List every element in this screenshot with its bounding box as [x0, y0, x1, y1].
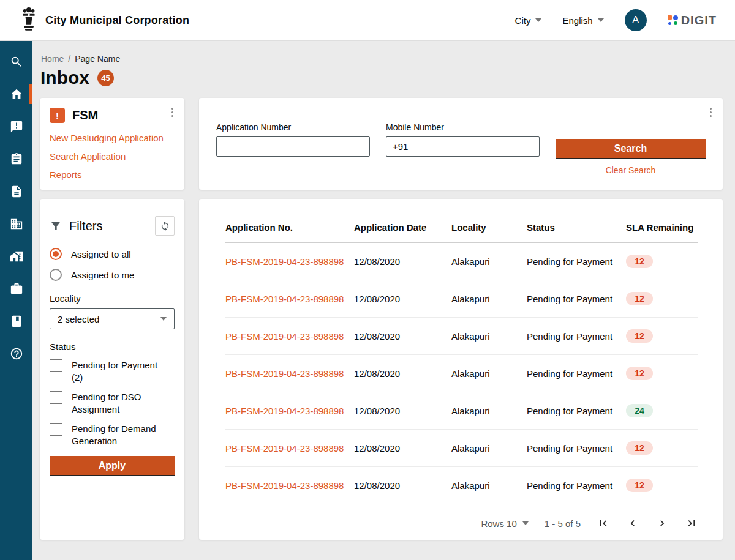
locality-cell: Alakapuri [451, 331, 527, 342]
last-page-button[interactable] [685, 517, 698, 530]
column-header: SLA Remaining [626, 222, 698, 233]
sidebar-item-complaints[interactable] [0, 110, 32, 143]
sla-remaining-badge: 12 [626, 367, 653, 380]
home-work-icon [10, 250, 23, 263]
fsm-link-reports[interactable]: Reports [50, 170, 82, 180]
radio-assigned-to-all[interactable]: Assigned to all [50, 248, 175, 260]
application-date-cell: 12/08/2020 [354, 406, 451, 416]
rows-per-page-select[interactable]: Rows 10 [481, 518, 528, 529]
sidebar-item-search[interactable] [0, 45, 32, 78]
digit-logo: DIGIT [668, 13, 717, 28]
application-no-link[interactable]: PB-FSM-2019-04-23-898898 [225, 443, 344, 454]
fsm-link-search-application[interactable]: Search Application [50, 151, 126, 162]
refresh-icon [160, 221, 170, 231]
city-selector[interactable]: City [515, 15, 542, 26]
sidebar-item-documents[interactable] [0, 175, 32, 207]
sla-remaining-badge: 12 [626, 329, 653, 343]
application-date-cell: 12/08/2020 [354, 256, 451, 267]
application-number-input[interactable] [216, 136, 370, 157]
search-card: Application Number Mobile Number Search … [199, 98, 723, 190]
application-no-link[interactable]: PB-FSM-2019-04-23-898898 [225, 256, 344, 267]
application-date-cell: 12/08/2020 [354, 368, 451, 379]
building-icon [10, 217, 23, 231]
table-row[interactable]: PB-FSM-2019-04-23-898898 12/08/2020 Alak… [225, 355, 698, 392]
active-indicator [29, 84, 32, 104]
application-no-link[interactable]: PB-FSM-2019-04-23-898898 [225, 294, 344, 304]
sla-remaining-badge: 24 [626, 404, 653, 417]
sidebar-item-home[interactable] [0, 78, 32, 110]
status-cell: Pending for Payment [527, 256, 626, 267]
sidebar-item-city[interactable] [0, 207, 32, 240]
sidebar-item-employee[interactable] [0, 272, 32, 305]
book-icon [10, 315, 23, 328]
first-page-icon [597, 517, 609, 529]
table-row[interactable]: PB-FSM-2019-04-23-898898 12/08/2020 Alak… [225, 430, 698, 467]
sidebar-item-help[interactable] [0, 337, 32, 370]
filters-title: Filters [69, 219, 102, 233]
radio-button-icon[interactable] [50, 248, 62, 260]
application-no-link[interactable]: PB-FSM-2019-04-23-898898 [225, 331, 344, 342]
previous-page-button[interactable] [626, 517, 639, 530]
sidebar-item-reports[interactable] [0, 305, 32, 337]
radio-assigned-to-me[interactable]: Assigned to me [50, 269, 175, 281]
locality-select[interactable]: 2 selected [50, 308, 175, 329]
chevron-right-icon [656, 517, 668, 529]
application-date-cell: 12/08/2020 [354, 480, 451, 491]
checkbox-icon[interactable] [50, 423, 62, 436]
search-button[interactable]: Search [556, 139, 706, 158]
language-selector[interactable]: English [562, 15, 603, 26]
status-cell: Pending for Payment [527, 368, 626, 379]
chevron-down-icon [160, 317, 167, 321]
pagination: Rows 10 1 - 5 of 5 [481, 517, 698, 530]
document-icon [10, 185, 23, 198]
table-row[interactable]: PB-FSM-2019-04-23-898898 12/08/2020 Alak… [225, 467, 698, 504]
mobile-number-input[interactable] [386, 136, 540, 157]
table-row[interactable]: PB-FSM-2019-04-23-898898 12/08/2020 Alak… [225, 280, 698, 318]
fsm-link-new-desludging-application[interactable]: New Desludging Application [50, 133, 164, 143]
chevron-down-icon [522, 521, 529, 525]
search-card-menu-button[interactable] [707, 105, 714, 119]
pagination-range: 1 - 5 of 5 [545, 518, 581, 529]
application-no-link[interactable]: PB-FSM-2019-04-23-898898 [225, 480, 344, 491]
checkbox-pending-for-dso-assignment[interactable]: Pending for DSO Assignment [50, 391, 175, 416]
application-no-link[interactable]: PB-FSM-2019-04-23-898898 [225, 368, 344, 379]
clear-search-link[interactable]: Clear Search [606, 165, 656, 175]
page-title: Inbox [40, 67, 89, 88]
sla-remaining-badge: 12 [626, 255, 653, 268]
radio-button-icon[interactable] [50, 269, 62, 281]
table-row[interactable]: PB-FSM-2019-04-23-898898 12/08/2020 Alak… [225, 318, 698, 355]
application-date-cell: 12/08/2020 [354, 294, 451, 304]
first-page-button[interactable] [597, 517, 610, 530]
locality-cell: Alakapuri [451, 294, 527, 304]
table-row[interactable]: PB-FSM-2019-04-23-898898 12/08/2020 Alak… [225, 243, 698, 280]
breadcrumb-home-link[interactable]: Home [41, 54, 64, 64]
home-icon [10, 88, 23, 101]
status-cell: Pending for Payment [527, 406, 626, 416]
column-header: Application No. [225, 222, 354, 233]
status-cell: Pending for Payment [527, 331, 626, 342]
table-row[interactable]: PB-FSM-2019-04-23-898898 12/08/2020 Alak… [225, 392, 698, 430]
locality-cell: Alakapuri [451, 368, 527, 379]
checkbox-icon[interactable] [50, 391, 62, 404]
checkbox-pending-for-demand-generation[interactable]: Pending for Demand Generation [50, 423, 175, 447]
apply-filters-button[interactable]: Apply [50, 456, 175, 475]
sla-remaining-badge: 12 [626, 292, 653, 305]
checkbox-icon[interactable] [50, 359, 62, 372]
checkbox-pending-for-payment-2-[interactable]: Pending for Payment (2) [50, 359, 175, 384]
status-cell: Pending for Payment [527, 294, 626, 304]
sidebar-item-checklist[interactable] [0, 143, 32, 175]
next-page-button[interactable] [655, 517, 669, 530]
refresh-filters-button[interactable] [155, 216, 175, 236]
user-avatar[interactable]: A [625, 9, 647, 31]
fsm-module-icon: ! [50, 108, 65, 123]
fsm-card-menu-button[interactable] [169, 105, 176, 119]
top-header: City Municipal Corporation City English … [0, 0, 735, 41]
locality-cell: Alakapuri [451, 443, 527, 454]
fsm-card-title: FSM [72, 108, 98, 122]
search-icon [10, 55, 23, 69]
sla-remaining-badge: 12 [626, 441, 653, 455]
app-title: City Municipal Corporation [45, 14, 189, 27]
application-no-link[interactable]: PB-FSM-2019-04-23-898898 [225, 406, 344, 416]
clipboard-icon [10, 152, 23, 166]
sidebar-item-property[interactable] [0, 240, 32, 272]
